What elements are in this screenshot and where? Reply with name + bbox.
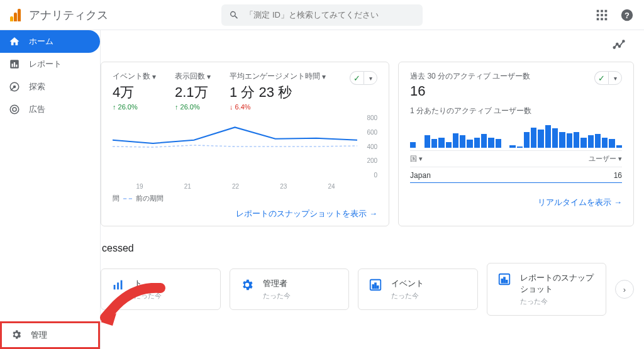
svg-point-21 [619,45,621,47]
recent-card-title: ト [134,278,162,289]
user-toggle[interactable]: ユーザー ▾ [589,154,622,163]
check-icon: ✓ [594,71,608,85]
svg-point-22 [623,40,625,42]
bar-chart-box-icon [497,272,511,286]
next-button[interactable]: › [615,280,634,299]
chevron-right-icon: › [623,285,626,294]
svg-rect-27 [372,285,374,289]
svg-point-18 [13,108,16,111]
realtime-sublabel: 1 分あたりのアクティブ ユーザー数 [410,106,622,116]
svg-rect-28 [375,283,376,288]
sidebar-item-label: レポート [29,58,62,70]
sidebar-item-home[interactable]: ホーム [0,30,100,53]
realtime-label: 過去 30 分のアクティブ ユーザー数 [410,71,530,82]
metric-events: イベント数 ▾ 4万 ↑ 26.0% [113,71,156,111]
recent-card[interactable]: トたった今 [101,269,221,310]
status-dropdown[interactable]: ▾ [364,71,377,85]
overview-card: イベント数 ▾ 4万 ↑ 26.0% 表示回数 ▾ 2.1万 ↑ 26.0% 平… [101,62,389,226]
recent-card[interactable]: 管理者たった今 [230,269,350,310]
sidebar: ホーム レポート 探索 広告 管理 [0,30,101,349]
chart-legend: 間 前の期間 [113,194,377,203]
svg-rect-25 [121,280,123,290]
recent-card[interactable]: イベントたった今 [358,269,478,310]
arrow-right-icon: → [369,209,377,218]
analytics-logo [10,9,23,21]
recent-card-title: 管理者 [263,278,291,289]
svg-rect-8 [605,18,608,20]
app-header: アナリティクス ? [0,0,644,30]
country-toggle[interactable]: 国 ▾ [410,154,423,163]
svg-rect-31 [501,279,502,283]
svg-rect-29 [377,286,379,289]
metric-label[interactable]: イベント数 ▾ [113,71,156,82]
search-icon [229,9,239,21]
metric-delta: ↑ 26.0% [175,103,211,111]
svg-rect-32 [504,277,505,282]
realtime-bar-chart [410,125,622,148]
chevron-down-icon: ▾ [322,72,326,81]
admin-label: 管理 [31,330,47,341]
svg-rect-23 [114,285,116,289]
svg-rect-24 [117,282,119,289]
sidebar-item-reports[interactable]: レポート [0,53,100,75]
svg-rect-12 [12,64,13,67]
svg-point-17 [10,105,19,114]
admin-highlight-box: 管理 [0,321,100,349]
svg-rect-33 [506,280,507,283]
svg-rect-5 [605,14,608,16]
view-snapshot-link[interactable]: レポートのスナップショットを表示→ [236,209,377,218]
sidebar-item-label: 探索 [29,81,45,92]
chart-svg [113,114,357,179]
y-axis-labels: 8006004002000 [360,114,377,179]
metric-engagement: 平均エンゲージメント時間 ▾ 1 分 23 秒 ↓ 6.4% [230,71,326,111]
product-name: アナリティクス [29,8,108,23]
search-input[interactable] [245,10,415,19]
svg-rect-2 [605,9,608,12]
search-box[interactable] [221,4,423,26]
svg-rect-1 [601,9,603,12]
metric-delta: ↓ 6.4% [230,103,326,111]
sidebar-item-admin[interactable]: 管理 [2,323,98,347]
recent-card-title: レポートのスナップショット [520,272,596,295]
realtime-value: 16 [410,83,530,99]
metric-delta: ↑ 26.0% [113,103,156,111]
recent-card[interactable]: レポートのスナップショットたった今 [487,263,607,316]
country-row: Japan16 [410,167,622,183]
explore-icon [9,81,20,92]
metric-value: 2.1万 [175,83,211,102]
chevron-down-icon: ▾ [152,72,156,81]
bar-chart-icon [9,58,20,70]
view-realtime-link[interactable]: リアルタイムを表示→ [538,197,622,207]
metric-value: 1 分 23 秒 [230,83,326,102]
recent-card-sub: たった今 [391,291,424,301]
metric-label[interactable]: 平均エンゲージメント時間 ▾ [230,71,326,82]
svg-rect-13 [14,62,15,67]
recently-accessed-title: cessed [102,243,634,254]
svg-rect-0 [597,9,599,12]
svg-rect-3 [597,14,599,16]
x-axis-labels: 1921222324 [113,183,358,190]
gear-icon [240,278,254,292]
line-chart: 8006004002000 1921222324 [113,114,377,190]
arrow-right-icon: → [614,197,622,207]
main-content: イベント数 ▾ 4万 ↑ 26.0% 表示回数 ▾ 2.1万 ↑ 26.0% 平… [101,30,644,349]
sidebar-item-explore[interactable]: 探索 [0,75,100,98]
insights-icon[interactable] [613,38,626,52]
card-status-pill: ✓ ▾ [594,71,622,85]
bar-chart-icon [111,278,125,292]
svg-rect-7 [601,18,603,20]
svg-rect-14 [16,65,17,67]
status-dropdown[interactable]: ▾ [608,71,622,85]
apps-icon[interactable] [595,8,609,22]
svg-point-20 [616,43,618,45]
recent-card-sub: たった今 [134,291,162,301]
metric-value: 4万 [113,83,156,102]
sidebar-item-ads[interactable]: 広告 [0,98,100,121]
gear-icon [11,329,22,342]
recent-card-sub: たった今 [263,291,291,301]
metric-label[interactable]: 表示回数 ▾ [175,71,211,82]
realtime-toggle-row: 国 ▾ ユーザー ▾ [410,150,622,167]
metric-views: 表示回数 ▾ 2.1万 ↑ 26.0% [175,71,211,111]
help-icon[interactable]: ? [620,8,634,22]
svg-rect-6 [597,18,599,20]
